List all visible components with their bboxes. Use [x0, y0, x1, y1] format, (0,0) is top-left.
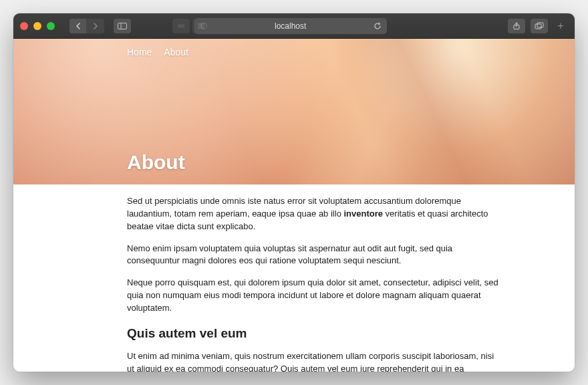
fullscreen-window-button[interactable] [47, 22, 55, 30]
content-scroll[interactable]: Sed ut perspiciatis unde omnis iste natu… [13, 184, 575, 372]
close-window-button[interactable] [20, 22, 28, 30]
bold-text: inventore [343, 209, 383, 219]
article-body: Sed ut perspiciatis unde omnis iste natu… [127, 195, 501, 372]
address-bar[interactable]: localhost [194, 18, 387, 34]
back-button[interactable] [69, 19, 87, 33]
hero-banner: Home About About [13, 39, 575, 184]
sidebar-toggle-button[interactable] [114, 19, 131, 33]
forward-button[interactable] [87, 19, 104, 33]
new-tab-button[interactable]: + [553, 20, 568, 32]
svg-rect-0 [118, 23, 127, 29]
browser-window: localhost + Home About About [13, 13, 575, 372]
address-text: localhost [275, 21, 306, 31]
page-title: About [127, 151, 185, 174]
share-button[interactable] [508, 19, 525, 33]
page-viewport: Home About About Sed ut perspiciatis und… [13, 39, 575, 372]
svg-rect-10 [537, 23, 543, 27]
titlebar: localhost + [13, 13, 575, 39]
nav-link-about[interactable]: About [164, 47, 188, 57]
nav-link-home[interactable]: Home [127, 47, 152, 57]
subheading: Quis autem vel eum [127, 324, 501, 343]
svg-point-2 [178, 25, 181, 27]
nav-back-forward [69, 19, 104, 33]
reload-icon[interactable] [374, 22, 382, 30]
paragraph: Nemo enim ipsam voluptatem quia voluptas… [127, 243, 501, 268]
minimize-window-button[interactable] [33, 22, 41, 30]
site-nav: Home About [127, 39, 575, 57]
svg-rect-9 [535, 24, 541, 29]
toolbar-right [508, 19, 548, 33]
list-button[interactable] [192, 19, 210, 33]
reader-button[interactable] [172, 19, 190, 33]
paragraph: Ut enim ad minima veniam, quis nostrum e… [127, 350, 501, 372]
svg-point-3 [182, 25, 184, 27]
paragraph: Neque porro quisquam est, qui dolorem ip… [127, 277, 501, 315]
tabs-button[interactable] [531, 19, 548, 33]
window-controls [20, 22, 55, 30]
paragraph: Sed ut perspiciatis unde omnis iste natu… [127, 195, 501, 233]
